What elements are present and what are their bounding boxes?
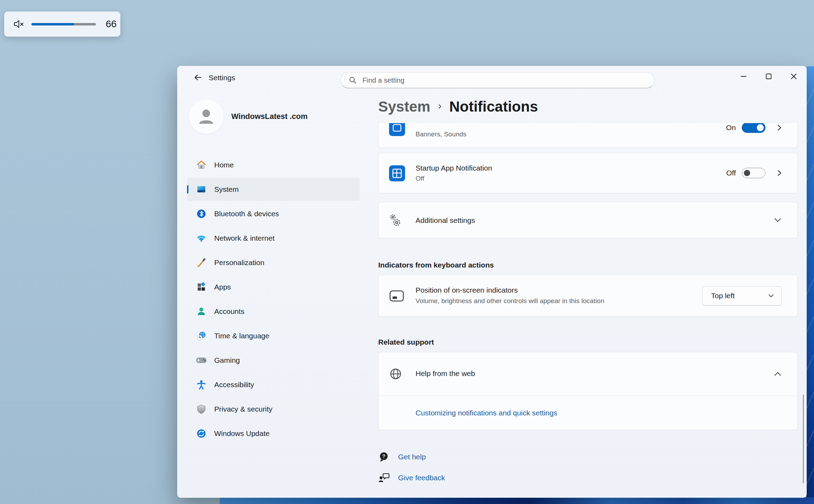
minimize-button[interactable]	[731, 66, 756, 86]
app-notifications-toggle[interactable]	[742, 123, 766, 133]
position-indicators-row: Position of on-screen indicators Volume,…	[378, 275, 798, 317]
window-title: Settings	[209, 73, 235, 82]
sidebar-item-time-language[interactable]: Time & language	[187, 324, 360, 347]
get-help-link[interactable]: Get help	[398, 453, 426, 461]
gamepad-icon	[195, 354, 207, 366]
chevron-down-icon	[773, 217, 782, 223]
apps-icon	[195, 281, 207, 293]
section-header-indicators: Indicators from keyboard actions	[378, 260, 798, 270]
app-toggle-state: On	[726, 123, 736, 132]
shield-icon	[195, 403, 207, 415]
svg-text:?: ?	[382, 453, 386, 459]
system-icon	[195, 183, 207, 195]
sidebar-item-apps[interactable]: Apps	[187, 276, 360, 299]
help-from-web-title: Help from the web	[416, 369, 475, 378]
settings-window: Settings Find a setting WindowsLatest .c…	[177, 66, 807, 498]
customizing-notifications-link[interactable]: Customizing notifications and quick sett…	[416, 409, 557, 417]
accounts-icon	[195, 306, 207, 317]
globe-icon	[389, 367, 402, 382]
startup-app-notification-row[interactable]: Startup App Notification Off Off	[378, 153, 798, 193]
maximize-button[interactable]	[756, 66, 781, 86]
app-row-subtitle: Banners, Sounds	[416, 130, 466, 138]
settings-content: Banners, Sounds On Startup App Notificat…	[378, 123, 798, 497]
additional-settings-label: Additional settings	[416, 216, 475, 225]
volume-slider-fill	[31, 23, 74, 25]
startup-app-icon	[389, 165, 405, 183]
startup-toggle-state: Off	[726, 169, 736, 177]
help-link-row: Customizing notifications and quick sett…	[379, 396, 797, 430]
sidebar-item-accounts[interactable]: Accounts	[187, 300, 360, 323]
section-header-related-support: Related support	[378, 337, 798, 347]
search-icon	[349, 76, 357, 84]
breadcrumb: System › Notifications	[378, 98, 538, 115]
app-icon	[389, 123, 405, 137]
search-placeholder: Find a setting	[363, 76, 404, 84]
sidebar-item-gaming[interactable]: Gaming	[187, 349, 360, 372]
on-screen-indicator-icon	[389, 290, 404, 304]
account-header[interactable]: WindowsLatest .com	[189, 99, 308, 134]
wallpaper-bottom-strip	[220, 497, 814, 504]
volume-muted-icon[interactable]	[13, 19, 24, 29]
sidebar-item-bluetooth-devices[interactable]: Bluetooth & devices	[187, 202, 360, 225]
volume-value: 66	[106, 18, 117, 30]
volume-osd: 66	[4, 12, 120, 37]
startup-row-title: Startup App Notification	[416, 164, 492, 173]
give-feedback-link[interactable]: Give feedback	[398, 474, 445, 482]
additional-settings-row[interactable]: Additional settings	[378, 202, 798, 238]
wallpaper-right-strip	[806, 66, 814, 504]
position-dropdown[interactable]: Top left	[702, 286, 782, 306]
position-row-subtitle: Volume, brightness and other controls wi…	[416, 297, 604, 305]
give-feedback-icon	[378, 472, 391, 483]
sidebar-item-network-internet[interactable]: Network & internet	[187, 227, 360, 250]
bluetooth-icon	[195, 208, 207, 220]
sidebar-item-personalization[interactable]: Personalization	[187, 251, 360, 274]
brush-icon	[195, 257, 207, 269]
chevron-right-icon	[777, 123, 782, 133]
give-feedback-row: Give feedback	[378, 472, 798, 484]
startup-row-subtitle: Off	[416, 174, 424, 183]
close-button[interactable]	[781, 66, 806, 86]
position-row-title: Position of on-screen indicators	[416, 286, 518, 295]
caption-buttons	[731, 66, 806, 86]
account-name: WindowsLatest .com	[231, 112, 308, 121]
home-icon	[195, 159, 207, 171]
avatar	[189, 99, 224, 134]
vertical-scrollbar[interactable]	[803, 394, 804, 483]
breadcrumb-parent[interactable]: System	[378, 98, 430, 115]
dropdown-chevron-icon	[768, 294, 774, 298]
volume-slider[interactable]	[31, 23, 96, 25]
accessibility-icon	[195, 379, 207, 391]
sidebar-item-accessibility[interactable]: Accessibility	[187, 373, 360, 396]
breadcrumb-separator-icon: ›	[438, 100, 441, 112]
windows-update-icon	[195, 428, 207, 439]
back-button[interactable]	[190, 71, 206, 84]
sidebar-item-windows-update[interactable]: Windows Update	[187, 422, 360, 445]
chevron-up-icon	[773, 371, 782, 377]
help-from-web-card: Help from the web Customizing notificati…	[378, 352, 798, 430]
time-language-icon	[195, 330, 207, 342]
chevron-right-icon	[777, 168, 782, 178]
sidebar-item-privacy-security[interactable]: Privacy & security	[187, 398, 360, 421]
gears-icon	[388, 213, 404, 229]
sidebar-nav: Home System Bluetooth & devices Network …	[187, 153, 360, 446]
app-notification-row[interactable]: Banners, Sounds On	[378, 123, 798, 148]
get-help-icon: ?	[378, 451, 391, 462]
help-from-web-row[interactable]: Help from the web	[379, 352, 797, 396]
position-dropdown-value: Top left	[711, 292, 735, 300]
page-title: Notifications	[449, 98, 538, 115]
wifi-icon	[195, 232, 207, 244]
sidebar-item-home[interactable]: Home	[187, 153, 360, 176]
startup-notification-toggle[interactable]	[742, 168, 766, 178]
get-help-row: ? Get help	[378, 451, 798, 463]
sidebar-item-system[interactable]: System	[187, 178, 360, 201]
search-box[interactable]: Find a setting	[341, 72, 655, 88]
